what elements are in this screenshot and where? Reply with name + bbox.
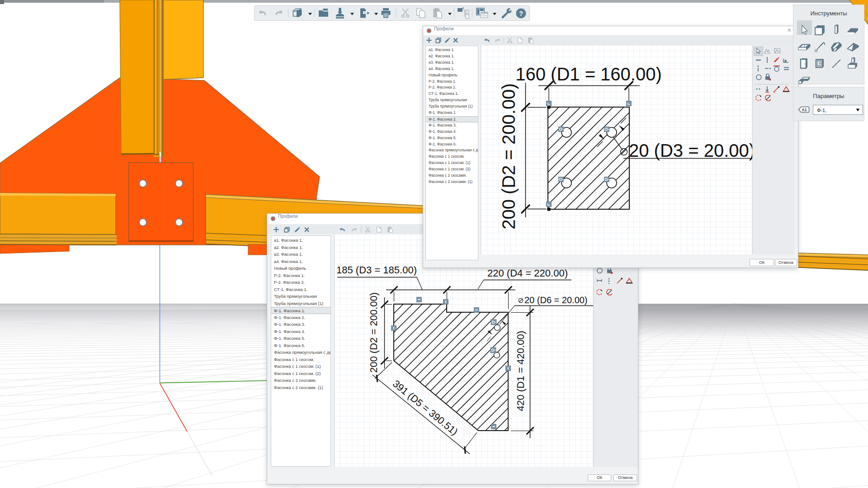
svg-text:20 (D6 = 20.00): 20 (D6 = 20.00) <box>524 295 588 305</box>
svg-text:420 (D1 = 420.00): 420 (D1 = 420.00) <box>515 331 526 411</box>
svg-text:160 (D1 = 160.00): 160 (D1 = 160.00) <box>515 64 662 84</box>
svg-text:A1: A1 <box>802 108 807 112</box>
svg-text:185 (D3 = 185.00): 185 (D3 = 185.00) <box>336 264 417 276</box>
svg-text:200 (D2 = 200.00): 200 (D2 = 200.00) <box>368 292 379 373</box>
svg-text:20 (D3 = 20.00): 20 (D3 = 20.00) <box>629 141 753 160</box>
svg-text:220 (D4 = 220.00): 220 (D4 = 220.00) <box>487 267 568 279</box>
svg-text:200 (D2 = 200.00): 200 (D2 = 200.00) <box>499 83 519 230</box>
svg-text:?: ? <box>519 10 523 17</box>
